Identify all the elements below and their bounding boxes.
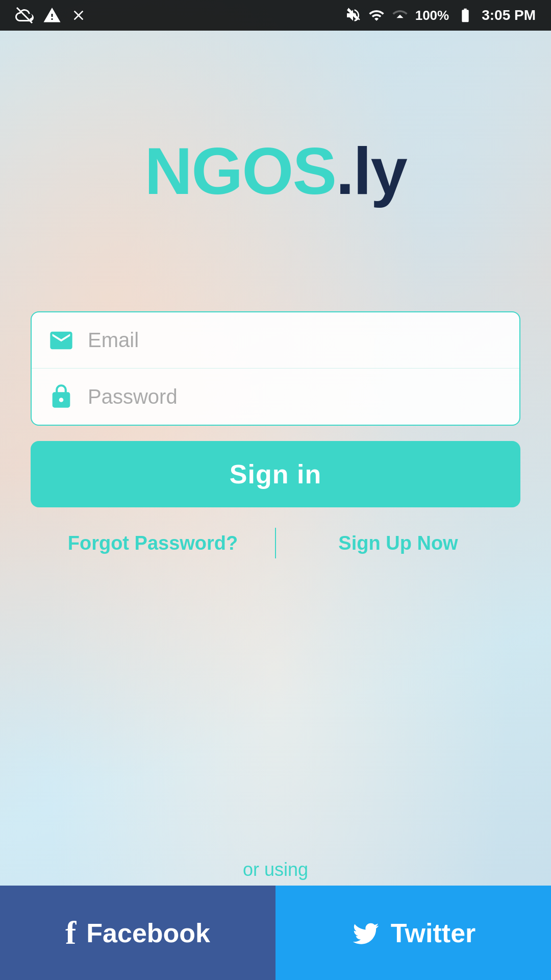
or-using-text: or using bbox=[243, 859, 308, 880]
email-icon bbox=[47, 326, 76, 355]
forgot-password-link[interactable]: Forgot Password? bbox=[68, 532, 238, 554]
status-bar: 100% 3:05 PM bbox=[0, 0, 551, 31]
signin-button[interactable]: Sign in bbox=[31, 441, 520, 507]
wifi-icon bbox=[368, 7, 385, 23]
warning-icon bbox=[43, 6, 61, 24]
battery-percentage: 100% bbox=[415, 8, 449, 23]
password-row bbox=[32, 369, 519, 425]
email-row bbox=[32, 312, 519, 369]
sign-up-container: Sign Up Now bbox=[276, 532, 520, 554]
close-icon bbox=[70, 7, 87, 23]
facebook-icon: f bbox=[65, 914, 76, 952]
forgot-password-container: Forgot Password? bbox=[31, 532, 275, 554]
twitter-bird-icon bbox=[351, 918, 381, 948]
logo-container: NGOS.ly bbox=[144, 133, 406, 209]
twitter-button[interactable]: Twitter bbox=[276, 886, 551, 980]
logo-brand: NGOS bbox=[144, 134, 336, 208]
twitter-label: Twitter bbox=[391, 918, 476, 948]
lock-icon bbox=[47, 382, 76, 411]
facebook-button[interactable]: f Facebook bbox=[0, 886, 276, 980]
social-bar: f Facebook Twitter bbox=[0, 886, 551, 980]
links-row: Forgot Password? Sign Up Now bbox=[31, 528, 520, 558]
signal-icon bbox=[392, 7, 408, 23]
mute-icon bbox=[345, 7, 361, 23]
facebook-label: Facebook bbox=[86, 918, 210, 948]
battery-icon bbox=[456, 7, 474, 23]
status-right-icons: 100% 3:05 PM bbox=[345, 7, 536, 23]
logo-suffix: .ly bbox=[336, 134, 407, 208]
status-left-icons bbox=[15, 6, 87, 24]
email-input[interactable] bbox=[88, 329, 504, 352]
logo: NGOS.ly bbox=[144, 134, 406, 208]
cloud-off-icon bbox=[15, 6, 34, 24]
time: 3:05 PM bbox=[482, 7, 536, 23]
login-form bbox=[31, 311, 520, 426]
main-content: NGOS.ly Sign in Forgot Password? bbox=[0, 31, 551, 558]
sign-up-link[interactable]: Sign Up Now bbox=[338, 532, 458, 554]
password-input[interactable] bbox=[88, 385, 504, 408]
